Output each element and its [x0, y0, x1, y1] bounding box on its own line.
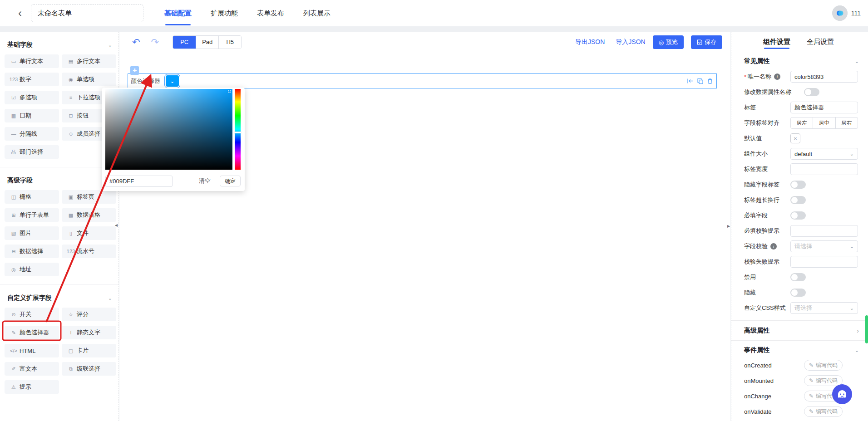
- section-advanced-fields[interactable]: 高级字段: [7, 176, 112, 185]
- align-center-button[interactable]: 居中: [813, 117, 835, 128]
- field-item-rating[interactable]: ☆ 评分: [62, 308, 116, 321]
- field-type-label: 地址: [20, 265, 31, 274]
- field-item-grid[interactable]: ◫ 栅格: [5, 190, 59, 204]
- write-code-button[interactable]: ✎ 编写代码: [804, 360, 843, 371]
- undo-icon[interactable]: ↶: [132, 37, 140, 48]
- export-json-link[interactable]: 导出JSON: [575, 38, 605, 46]
- component-size-select[interactable]: default: [790, 148, 858, 160]
- field-item-rich-text[interactable]: ✐ 富文本: [5, 362, 59, 376]
- field-validation-select[interactable]: 请选择: [790, 240, 858, 252]
- hide-label-toggle[interactable]: [790, 181, 806, 189]
- required-field-toggle[interactable]: [790, 211, 806, 220]
- edit-data-attr-toggle[interactable]: [804, 88, 819, 96]
- redo-icon[interactable]: ↷: [151, 37, 159, 48]
- field-label-input[interactable]: 颜色选择器: [790, 102, 858, 113]
- confirm-color-button[interactable]: 确定: [220, 176, 241, 186]
- advanced-props-header[interactable]: 高级属性: [731, 321, 868, 341]
- field-item-tip[interactable]: ⚠ 提示: [5, 380, 59, 394]
- unique-name-input[interactable]: color58393: [790, 71, 858, 83]
- field-item-static-text[interactable]: T 静态文字: [62, 326, 116, 339]
- align-right-button[interactable]: 居右: [835, 117, 858, 128]
- section-custom-fields[interactable]: 自定义扩展字段: [7, 294, 112, 302]
- field-item-serial-number[interactable]: 123 流水号: [62, 245, 116, 258]
- validation-fail-message-input[interactable]: [790, 256, 858, 268]
- info-icon[interactable]: i: [770, 243, 777, 250]
- hex-color-input[interactable]: [105, 176, 173, 187]
- common-props-header[interactable]: 常见属性: [744, 57, 859, 65]
- field-item-sub-form[interactable]: ⊞ 单行子表单: [5, 208, 59, 222]
- section-basic-fields[interactable]: 基础字段: [7, 41, 112, 49]
- saturation-panel[interactable]: [105, 89, 232, 170]
- field-item-tab-page[interactable]: ▣ 标签页: [62, 190, 116, 204]
- color-swatch-trigger[interactable]: ⌄: [166, 75, 179, 87]
- preview-button[interactable]: ◎ 预览: [653, 35, 684, 49]
- device-pc-button[interactable]: PC: [173, 36, 196, 49]
- window-scrollbar-thumb[interactable]: [865, 315, 868, 343]
- tab-global-settings[interactable]: 全局设置: [807, 32, 834, 52]
- field-item-file[interactable]: ▯ 文件: [62, 226, 116, 240]
- align-left-button[interactable]: 居左: [791, 117, 813, 128]
- field-item-color-picker[interactable]: ✎ 颜色选择器: [5, 326, 59, 339]
- label-width-input[interactable]: [790, 163, 858, 175]
- field-item-html[interactable]: </> HTML: [5, 344, 59, 357]
- save-button[interactable]: 保存: [691, 35, 722, 49]
- disabled-toggle[interactable]: [790, 273, 806, 281]
- custom-css-select[interactable]: 请选择: [790, 302, 858, 314]
- saturation-cursor[interactable]: [228, 90, 231, 93]
- right-panel-collapse-handle[interactable]: ▸: [727, 223, 730, 229]
- field-type-icon: ▤: [67, 59, 75, 64]
- default-value-clear-box[interactable]: ✕: [790, 133, 800, 143]
- label-wrap-toggle[interactable]: [790, 196, 806, 204]
- device-pad-button[interactable]: Pad: [196, 36, 218, 49]
- field-item-number[interactable]: 123 数字: [5, 73, 59, 86]
- field-item-multi-line-text[interactable]: ▤ 多行文本: [62, 54, 116, 68]
- field-item-cascader[interactable]: ⧉ 级联选择: [62, 362, 116, 376]
- form-title-input[interactable]: 未命名表单: [31, 4, 143, 22]
- field-item-data-select[interactable]: ⊟ 数据选择: [5, 245, 59, 258]
- insert-before-icon[interactable]: [687, 78, 693, 84]
- prop-label: 校验失败提示: [744, 258, 779, 266]
- field-item-checkbox[interactable]: ☑ 多选项: [5, 91, 59, 104]
- field-palette-sidebar: 基础字段 ▭ 单行文本 ▤ 多行文本 123 数字 ◉ 单选项 ☑ 多选项 ≡: [0, 32, 119, 421]
- divider: [0, 167, 118, 167]
- field-item-single-line-text[interactable]: ▭ 单行文本: [5, 54, 59, 68]
- hidden-toggle[interactable]: [790, 289, 806, 297]
- selected-color-picker-field[interactable]: 颜色选择器 ⌄: [128, 73, 717, 88]
- field-type-icon: 品: [10, 149, 18, 156]
- write-code-button[interactable]: ✎ 编写代码: [804, 406, 843, 417]
- field-item-address[interactable]: ◎ 地址: [5, 263, 59, 276]
- device-h5-button[interactable]: H5: [218, 36, 241, 49]
- clear-color-button[interactable]: 清空: [199, 177, 211, 185]
- field-type-label: 单行子表单: [20, 211, 49, 219]
- section-title: 高级字段: [7, 176, 33, 185]
- field-item-date[interactable]: ▦ 日期: [5, 109, 59, 122]
- tab-form-publish[interactable]: 表单发布: [257, 0, 284, 26]
- field-item-radio[interactable]: ◉ 单选项: [62, 73, 116, 86]
- field-item-divider[interactable]: — 分隔线: [5, 127, 59, 141]
- support-chat-button[interactable]: [832, 384, 853, 405]
- import-json-link[interactable]: 导入JSON: [616, 38, 645, 46]
- tab-component-settings[interactable]: 组件设置: [763, 32, 790, 52]
- field-item-data-table[interactable]: ▩ 数据表格: [62, 208, 116, 222]
- tab-list-display[interactable]: 列表展示: [303, 0, 330, 26]
- back-button[interactable]: ‹: [18, 8, 22, 19]
- hue-slider[interactable]: [235, 89, 241, 170]
- event-props-header[interactable]: 事件属性: [744, 346, 859, 354]
- tab-basic-config[interactable]: 基础配置: [164, 0, 192, 26]
- drag-handle[interactable]: ✚: [130, 66, 139, 75]
- prop-label: 字段校验: [744, 242, 768, 250]
- delete-icon[interactable]: [707, 78, 713, 84]
- field-item-switch[interactable]: ⊙ 开关: [5, 308, 59, 321]
- tab-extended-features[interactable]: 扩展功能: [211, 0, 238, 26]
- required-message-input[interactable]: [790, 225, 858, 237]
- user-avatar[interactable]: [832, 5, 848, 21]
- prop-row-custom-css: 自定义CSS样式 请选择: [744, 302, 858, 314]
- info-icon[interactable]: i: [774, 73, 780, 80]
- field-item-department-select[interactable]: 品 部门选择: [5, 145, 59, 159]
- field-item-card[interactable]: ▢ 卡片: [62, 344, 116, 357]
- hue-slider-thumb[interactable]: [234, 132, 241, 133]
- copy-icon[interactable]: [697, 78, 703, 84]
- field-item-image[interactable]: ▧ 图片: [5, 226, 59, 240]
- sidebar-collapse-handle[interactable]: ◂: [115, 222, 118, 228]
- write-code-label: 编写代码: [816, 408, 838, 416]
